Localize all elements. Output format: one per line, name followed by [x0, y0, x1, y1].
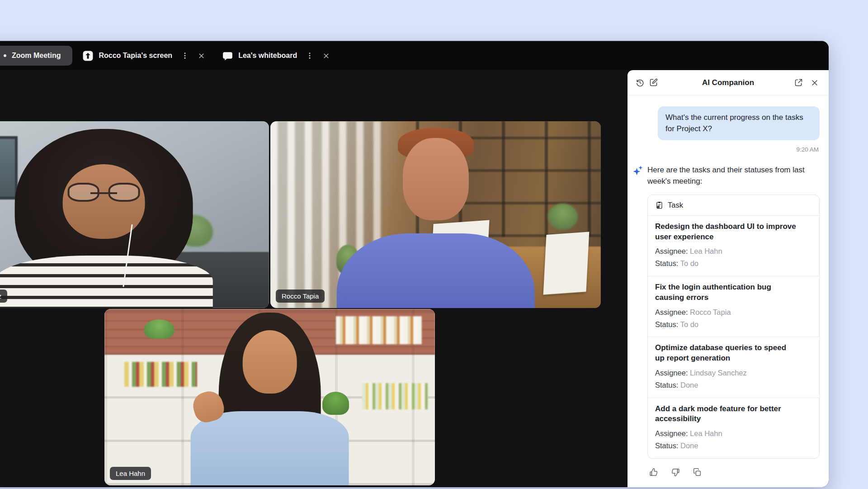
participant-name-badge: Rocco Tapia	[276, 290, 325, 303]
assignee-value: Rocco Tapia	[690, 308, 731, 316]
meeting-dot-icon	[4, 54, 6, 57]
task-title: Optimize database queries to speed up re…	[655, 343, 796, 364]
task-clipboard-icon	[655, 201, 664, 209]
task-summary-card: Task Redesign the dashboard UI to improv…	[647, 195, 820, 459]
tab-rocco-screen[interactable]: Rocco Tapia's screen	[80, 46, 175, 66]
task-assignee-line: Assignee: Rocco Tapia	[655, 306, 812, 318]
task-card-header: Task	[648, 195, 819, 216]
ai-panel-header-actions	[792, 76, 821, 90]
books-decor	[336, 316, 422, 344]
plant-decor	[548, 204, 578, 230]
participant-name-badge: Lindsay Sanchez	[0, 290, 7, 303]
desktop: Zoom Meeting Rocco Tapia's screen	[0, 0, 868, 489]
tab-rocco-options-icon[interactable]	[179, 49, 191, 62]
assignee-value: Lea Hahn	[690, 429, 722, 437]
task-title: Redesign the dashboard UI to improve use…	[655, 222, 796, 242]
status-value: To do	[680, 320, 698, 328]
task-title: Fix the login authentication bug causing…	[655, 282, 796, 303]
history-icon[interactable]	[633, 76, 646, 90]
participant-torso-blue-shirt	[336, 233, 535, 308]
message-timestamp: 9:20 AM	[632, 146, 819, 153]
task-status-line: Status: Done	[655, 379, 812, 391]
task-status-line: Status: Done	[655, 440, 812, 452]
ai-companion-sparkle-icon	[632, 165, 644, 176]
participant-name-badge: Lea Hahn	[110, 467, 151, 480]
tab-zoom-meeting-label: Zoom Meeting	[12, 52, 61, 60]
ai-response-row: Here are the tasks and their statuses fr…	[632, 164, 820, 187]
tab-lea-whiteboard-label: Lea's whiteboard	[238, 52, 297, 60]
participant-face	[402, 138, 468, 220]
status-label: Status:	[655, 381, 678, 389]
thumbs-up-icon[interactable]	[648, 467, 659, 478]
status-label: Status:	[655, 320, 678, 328]
books-decor	[362, 383, 428, 410]
new-chat-icon[interactable]	[646, 76, 660, 90]
tab-lea-close-icon[interactable]	[320, 49, 332, 62]
tab-rocco-screen-label: Rocco Tapia's screen	[99, 52, 172, 60]
status-label: Status:	[655, 442, 678, 450]
glasses-bridge	[90, 192, 117, 194]
user-message-bubble: What's the current progress on the tasks…	[658, 106, 820, 140]
task-item: Add a dark mode feature for better acces…	[648, 398, 819, 458]
close-panel-icon[interactable]	[808, 76, 821, 90]
tab-lea-options-icon[interactable]	[303, 49, 316, 62]
whiteboard-icon	[222, 50, 233, 62]
ai-chat-body: What's the current progress on the tasks…	[627, 95, 829, 487]
participant-torso-striped-shirt	[0, 256, 213, 308]
plant-decor	[144, 319, 174, 339]
task-item: Redesign the dashboard UI to improve use…	[648, 216, 819, 276]
copy-icon[interactable]	[692, 467, 703, 478]
ai-panel-header: AI Companion	[627, 70, 829, 95]
tab-zoom-meeting[interactable]: Zoom Meeting	[0, 46, 72, 66]
thumbs-down-icon[interactable]	[670, 467, 681, 478]
ai-companion-panel: AI Companion What's the current progress…	[627, 70, 829, 487]
status-value: To do	[680, 259, 698, 267]
floorplan-board-decor	[543, 232, 589, 295]
assignee-label: Assignee:	[655, 308, 688, 316]
tab-rocco-close-icon[interactable]	[195, 49, 208, 62]
task-status-line: Status: To do	[655, 318, 812, 331]
task-assignee-line: Assignee: Lea Hahn	[655, 427, 812, 440]
participant-video-lindsay: Lindsay Sanchez	[0, 121, 269, 308]
screen-share-icon	[82, 50, 94, 62]
assignee-value: Lindsay Sanchez	[690, 369, 747, 377]
pop-out-icon[interactable]	[792, 76, 805, 90]
tab-lea-whiteboard[interactable]: Lea's whiteboard	[219, 46, 300, 66]
response-feedback-actions	[648, 467, 820, 478]
participant-face	[62, 164, 145, 239]
participant-video-lea: Lea Hahn	[104, 309, 435, 485]
assignee-label: Assignee:	[655, 369, 688, 377]
assignee-value: Lea Hahn	[690, 247, 722, 255]
assignee-label: Assignee:	[655, 429, 688, 437]
books-decor	[124, 362, 197, 387]
task-status-line: Status: To do	[655, 257, 812, 270]
task-assignee-line: Assignee: Lea Hahn	[655, 245, 812, 257]
task-item: Optimize database queries to speed up re…	[648, 337, 819, 398]
task-assignee-line: Assignee: Lindsay Sanchez	[655, 367, 812, 379]
status-label: Status:	[655, 259, 678, 267]
wall-picture-frame	[0, 136, 18, 199]
participant-torso-denim-shirt	[190, 411, 349, 485]
status-value: Done	[680, 381, 698, 389]
participant-face	[242, 330, 297, 394]
task-item: Fix the login authentication bug causing…	[648, 276, 819, 337]
tab-group-rocco-screen: Rocco Tapia's screen	[72, 46, 208, 66]
assignee-label: Assignee:	[655, 247, 688, 255]
ai-response-text: Here are the tasks and their statuses fr…	[647, 164, 807, 187]
tab-bar: Zoom Meeting Rocco Tapia's screen	[0, 41, 829, 70]
status-value: Done	[680, 442, 698, 450]
task-card-title: Task	[668, 201, 683, 209]
task-title: Add a dark mode feature for better acces…	[655, 404, 796, 425]
tab-group-lea-whiteboard: Lea's whiteboard	[212, 46, 332, 66]
zoom-app-window: Zoom Meeting Rocco Tapia's screen	[0, 41, 829, 487]
participant-video-rocco: Rocco Tapia	[270, 121, 601, 308]
plant-decor	[322, 392, 349, 415]
